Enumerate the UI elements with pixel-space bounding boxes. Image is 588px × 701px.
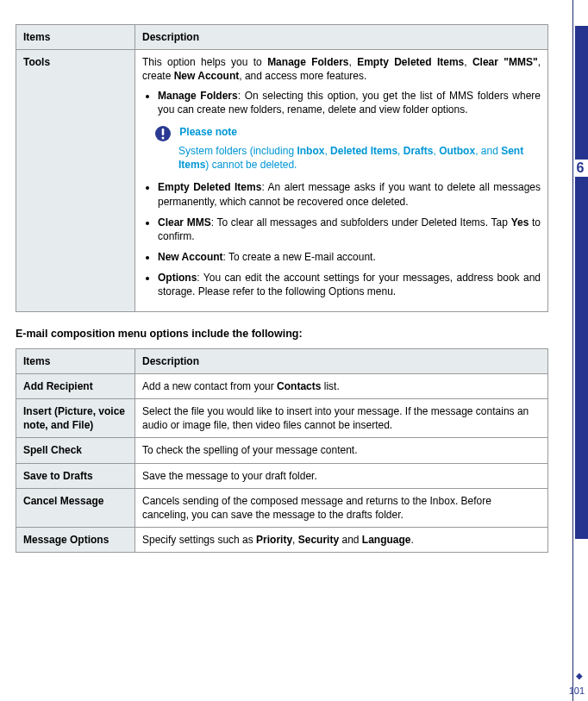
bullet-new-account: New Account: To create a new E-mail acco… xyxy=(158,250,541,264)
row-desc-message-options: Specify settings such as Priority, Secur… xyxy=(135,528,548,553)
table-row: Spell Check To check the spelling of you… xyxy=(16,438,548,463)
table2-header-items: Items xyxy=(16,348,135,373)
bullet-empty-deleted: Empty Deleted Items: An alert message as… xyxy=(158,180,541,208)
table-row: Add Recipient Add a new contact from you… xyxy=(16,373,548,398)
row-desc-cancel: Cancels sending of the composed message … xyxy=(135,488,548,527)
row-desc-spell-check: To check the spelling of your message co… xyxy=(135,438,548,463)
composition-heading: E-mail composition menu options include … xyxy=(16,328,548,340)
table-row: Cancel Message Cancels sending of the co… xyxy=(16,488,548,527)
chapter-number: 6 xyxy=(572,160,588,176)
note-heading: Please note xyxy=(179,126,237,138)
note-body: System folders (including Inbox, Deleted… xyxy=(178,144,541,172)
composition-table: Items Description Add Recipient Add a ne… xyxy=(16,348,548,554)
note-block: Please note System folders (including In… xyxy=(154,125,541,172)
table-row: Insert (Picture, voice note, and File) S… xyxy=(16,399,548,438)
table-row: Message Options Specify settings such as… xyxy=(16,528,548,553)
table-header-description: Description xyxy=(135,25,548,50)
tools-row-label: Tools xyxy=(16,50,135,311)
row-desc-save-drafts: Save the message to your draft folder. xyxy=(135,463,548,488)
svg-point-2 xyxy=(162,136,165,139)
tools-intro: This option helps you to Manage Folders,… xyxy=(142,55,541,83)
row-label-cancel: Cancel Message xyxy=(16,488,135,527)
tools-description-cell: This option helps you to Manage Folders,… xyxy=(135,50,548,311)
bullet-manage-folders: Manage Folders: On selecting this option… xyxy=(158,89,541,116)
tools-table: Items Description Tools This option help… xyxy=(16,24,548,312)
table-row: Save to Drafts Save the message to your … xyxy=(16,463,548,488)
row-label-insert: Insert (Picture, voice note, and File) xyxy=(16,399,135,438)
table-header-items: Items xyxy=(16,25,135,50)
svg-rect-1 xyxy=(162,128,165,135)
page-number: 101 xyxy=(569,685,585,696)
footer-diamond-icon: ◆ xyxy=(576,671,583,680)
bullet-clear-mms: Clear MMS: To clear all messages and sub… xyxy=(158,216,541,243)
chapter-sidebar: 6 ◆ 101 xyxy=(572,0,588,701)
row-desc-add-recipient: Add a new contact from your Contacts lis… xyxy=(135,373,548,398)
row-desc-insert: Select the file you would like to insert… xyxy=(135,399,548,438)
table2-header-description: Description xyxy=(135,348,548,373)
row-label-message-options: Message Options xyxy=(16,528,135,553)
row-label-add-recipient: Add Recipient xyxy=(16,373,135,398)
row-label-save-drafts: Save to Drafts xyxy=(16,463,135,488)
alert-icon xyxy=(154,125,172,142)
bullet-options: Options: You can edit the account settin… xyxy=(158,271,541,298)
row-label-spell-check: Spell Check xyxy=(16,438,135,463)
